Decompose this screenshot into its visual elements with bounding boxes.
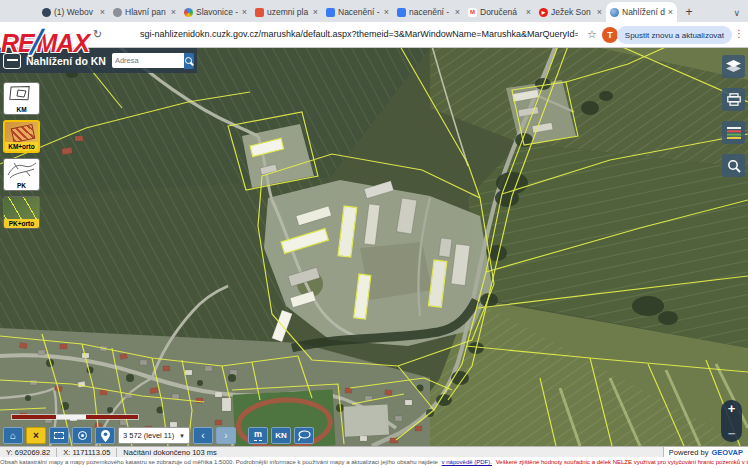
cancel-tool-button[interactable]: × bbox=[26, 427, 46, 444]
help-pdf-link[interactable]: v nápovědě (PDF). bbox=[442, 459, 492, 465]
new-tab-button[interactable]: + bbox=[681, 4, 697, 20]
load-status: Načítání dokončeno 103 ms bbox=[117, 448, 222, 457]
tab-label: Slavonice - bbox=[196, 7, 239, 17]
browser-tab[interactable]: MDoručená× bbox=[464, 2, 535, 22]
caret-down-icon: ▼ bbox=[179, 433, 185, 439]
tab-close-icon[interactable]: × bbox=[171, 7, 176, 17]
kn-info-button[interactable]: KN bbox=[271, 427, 291, 444]
home-button[interactable]: ⌂ bbox=[3, 427, 23, 444]
map-pin-icon bbox=[101, 430, 110, 442]
browser-tab-active[interactable]: Nahlížení d× bbox=[606, 2, 677, 22]
tab-favicon bbox=[42, 8, 51, 17]
browser-tab[interactable]: Hlavní pan× bbox=[109, 2, 180, 22]
status-bar: Y: 692069.82 X: 1171113.05 Načítání doko… bbox=[0, 446, 748, 457]
layers-icon bbox=[726, 60, 741, 74]
profile-avatar[interactable]: T bbox=[602, 27, 618, 43]
zoom-control: + − bbox=[721, 400, 742, 442]
history-back-button[interactable]: ‹ bbox=[193, 427, 213, 444]
scale-dropdown[interactable]: 3 572 (level 11) ▼ bbox=[118, 427, 190, 444]
printer-icon bbox=[727, 93, 741, 106]
old-cadastre-sketch-icon bbox=[4, 159, 39, 181]
select-lasso-button[interactable] bbox=[294, 427, 314, 444]
measure-icon: m bbox=[254, 430, 262, 441]
locate-button[interactable] bbox=[95, 427, 115, 444]
address-bar: ↻ sgi-nahlizenidokn.cuzk.gov.cz/marushka… bbox=[0, 22, 748, 48]
tab-close-icon[interactable]: × bbox=[455, 7, 460, 17]
browser-tab[interactable]: ▶Ježek Son× bbox=[535, 2, 606, 22]
browser-tab[interactable]: uzemni pla× bbox=[251, 2, 322, 22]
tab-label: Nacenění - bbox=[338, 7, 381, 17]
tab-favicon bbox=[326, 8, 335, 17]
browser-tab[interactable]: (1) Webov× bbox=[38, 2, 109, 22]
browser-window: (1) Webov× Hlavní pan× Slavonice -× uzem… bbox=[0, 0, 748, 468]
powered-by: Powered by GEOVAP bbox=[663, 446, 748, 457]
zoom-rectangle-button[interactable] bbox=[49, 427, 69, 444]
reload-icon[interactable]: ↻ bbox=[93, 28, 102, 41]
map-tool-column bbox=[722, 55, 745, 187]
search-icon bbox=[185, 57, 192, 64]
browser-tab[interactable]: nacenění -× bbox=[393, 2, 464, 22]
coordinate-y: Y: 692069.82 bbox=[0, 448, 57, 457]
url-field[interactable]: sgi-nahlizenidokn.cuzk.gov.cz/marushka/d… bbox=[140, 29, 578, 39]
tab-close-icon[interactable]: × bbox=[526, 7, 531, 17]
lasso-icon bbox=[298, 430, 311, 441]
tab-favicon bbox=[184, 8, 193, 17]
remax-logo: RE/MAX bbox=[1, 27, 89, 59]
tab-label: uzemni pla bbox=[267, 7, 310, 17]
tab-close-icon[interactable]: × bbox=[668, 7, 673, 17]
scale-bar bbox=[12, 415, 138, 419]
tab-close-icon[interactable]: × bbox=[242, 7, 247, 17]
disclaimer-text: Obsah katastrální mapy a mapy pozemkovéh… bbox=[0, 459, 438, 465]
tab-close-icon[interactable]: × bbox=[597, 7, 602, 17]
youtube-icon: ▶ bbox=[539, 8, 548, 17]
zoom-in-button[interactable]: + bbox=[728, 402, 736, 415]
disclaimer-warning: Veškeré zjištěné hodnoty souřadnic a dél… bbox=[496, 459, 748, 465]
cadastre-sketch-icon bbox=[4, 83, 39, 105]
map-toolbar: ⌂ × 3 572 (level 11) ▼ ‹ › m KN bbox=[3, 427, 314, 444]
dashed-rectangle-icon bbox=[54, 432, 64, 439]
chrome-update-button[interactable]: Spustit znovu a aktualizovat bbox=[617, 26, 732, 44]
history-forward-button[interactable]: › bbox=[216, 427, 236, 444]
tab-label: Hlavní pan bbox=[125, 7, 168, 17]
tab-close-icon[interactable]: × bbox=[384, 7, 389, 17]
legend-colors-icon bbox=[727, 127, 741, 139]
tab-label: Ježek Son bbox=[551, 7, 594, 17]
address-search-input[interactable] bbox=[112, 53, 184, 68]
tab-strip: (1) Webov× Hlavní pan× Slavonice -× uzem… bbox=[0, 0, 748, 22]
tab-close-icon[interactable]: × bbox=[313, 7, 318, 17]
tab-label: Nahlížení d bbox=[622, 7, 665, 17]
legend-button[interactable] bbox=[722, 121, 745, 144]
tab-close-icon[interactable]: × bbox=[100, 7, 105, 17]
layers-button[interactable] bbox=[722, 55, 745, 78]
zoom-search-button[interactable] bbox=[722, 154, 745, 177]
geovap-brand[interactable]: GEOVAP bbox=[711, 448, 743, 457]
tab-search-chevron-icon[interactable]: ∨ bbox=[733, 8, 740, 18]
disclaimer-bar: Obsah katastrální mapy a mapy pozemkovéh… bbox=[0, 457, 748, 468]
browser-tab[interactable]: Slavonice -× bbox=[180, 2, 251, 22]
layer-button-pk-orto[interactable]: PK+orto bbox=[3, 196, 40, 229]
tab-label: (1) Webov bbox=[54, 7, 97, 17]
tab-favicon bbox=[255, 8, 264, 17]
gmail-icon: M bbox=[468, 8, 477, 17]
layer-button-km-orto[interactable]: KM+orto bbox=[3, 120, 40, 153]
print-button[interactable] bbox=[722, 88, 745, 111]
magnifier-icon bbox=[727, 159, 741, 173]
layer-button-pk[interactable]: PK bbox=[3, 158, 40, 191]
crosshair-icon bbox=[78, 431, 87, 440]
aerial-map-canvas bbox=[0, 48, 748, 446]
browser-tab[interactable]: Nacenění -× bbox=[322, 2, 393, 22]
ortho-hatch-icon bbox=[11, 124, 36, 143]
zoom-out-button[interactable]: − bbox=[728, 427, 736, 440]
layer-switcher: KM KM+orto PK PK+orto bbox=[3, 82, 40, 234]
globe-icon bbox=[610, 8, 619, 17]
browser-menu-icon[interactable]: ⋮ bbox=[734, 28, 744, 39]
center-map-button[interactable] bbox=[72, 427, 92, 444]
tab-favicon bbox=[113, 8, 122, 17]
measure-button[interactable]: m bbox=[248, 427, 268, 444]
layer-button-km[interactable]: KM bbox=[3, 82, 40, 115]
coordinate-x: X: 1171113.05 bbox=[57, 448, 117, 457]
bookmark-star-icon[interactable]: ☆ bbox=[587, 28, 597, 41]
scale-value: 3 572 (level 11) bbox=[123, 431, 174, 440]
search-button[interactable] bbox=[184, 53, 194, 69]
map-viewport[interactable]: Nahlížení do KN KM KM+orto PK PK+orto bbox=[0, 48, 748, 446]
